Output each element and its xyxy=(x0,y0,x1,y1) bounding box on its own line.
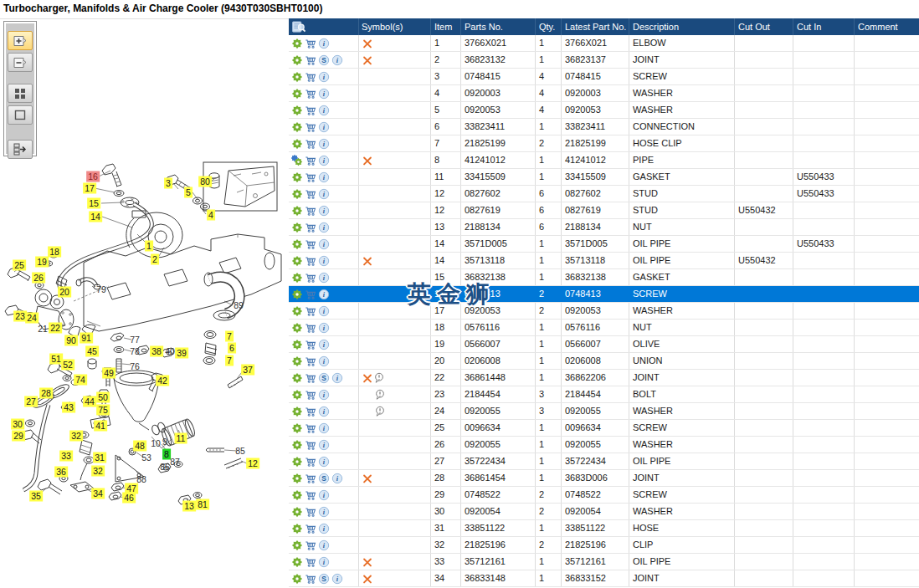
table-row-item-28[interactable]: Si283686145413683D006JOINT xyxy=(289,470,919,487)
part-label-90[interactable]: 90 xyxy=(64,335,78,346)
part-label-52[interactable]: 52 xyxy=(61,360,74,371)
table-row-item-24[interactable]: i24092005530920055WASHER xyxy=(289,403,919,420)
column-header-qty[interactable]: Qty. xyxy=(536,18,562,35)
cart-icon[interactable] xyxy=(305,105,316,116)
cart-icon[interactable] xyxy=(305,54,316,66)
info-icon[interactable]: i xyxy=(331,573,343,585)
info-icon[interactable]: i xyxy=(318,255,330,267)
cart-icon[interactable] xyxy=(305,556,316,568)
cart-icon[interactable] xyxy=(305,238,316,250)
table-row-item-33[interactable]: i3335712161135712161OIL PIPE xyxy=(289,554,919,570)
part-label-32[interactable]: 32 xyxy=(69,431,83,442)
part-label-3[interactable]: 3 xyxy=(164,178,172,189)
column-header-cut_out[interactable]: Cut Out xyxy=(735,18,793,35)
part-label-27[interactable]: 27 xyxy=(24,396,38,407)
part-label-19[interactable]: 19 xyxy=(35,257,49,268)
gear-icon[interactable] xyxy=(291,105,303,116)
part-label-26[interactable]: 26 xyxy=(32,273,45,284)
part-label-85[interactable]: 85 xyxy=(234,446,247,457)
table-row-item-14[interactable]: i143571D00513571D005OIL PIPEU550433 xyxy=(289,236,919,253)
part-label-21[interactable]: 21 xyxy=(36,324,49,335)
part-label-76[interactable]: 76 xyxy=(128,361,141,372)
table-row-item-7[interactable]: i721825199221825199HOSE CLIP xyxy=(289,135,919,152)
part-label-25[interactable]: 25 xyxy=(13,260,26,271)
part-label-34[interactable]: 34 xyxy=(91,488,105,499)
superseded-icon[interactable]: S xyxy=(318,372,330,384)
part-label-16[interactable]: 16 xyxy=(86,171,100,182)
table-row-item-14[interactable]: i1435713118135713118OIL PIPEU550432 xyxy=(289,253,919,269)
gear-icon[interactable] xyxy=(291,372,303,384)
part-label-39[interactable]: 39 xyxy=(175,348,188,359)
column-header-description[interactable]: Description xyxy=(629,18,735,35)
cart-icon[interactable] xyxy=(305,339,316,350)
cart-icon[interactable] xyxy=(305,171,316,183)
table-row-item-23[interactable]: i23218445432184454BOLT xyxy=(289,386,919,403)
cart-icon[interactable] xyxy=(305,305,316,317)
part-label-48[interactable]: 48 xyxy=(133,441,146,452)
toggle-list-button[interactable] xyxy=(8,140,33,159)
info-icon[interactable]: i xyxy=(318,238,330,250)
table-row-item-31[interactable]: i3133851122133851122HOSE xyxy=(289,520,919,537)
table-row-item-34[interactable]: Si3436833148136833152JOINT xyxy=(289,570,919,587)
info-icon[interactable]: i xyxy=(318,406,330,417)
info-icon[interactable]: i xyxy=(318,339,330,350)
column-header-symbols[interactable]: Symbol(s) xyxy=(359,18,431,35)
info-icon[interactable]: i xyxy=(318,389,330,401)
part-label-12[interactable]: 12 xyxy=(246,458,259,469)
cart-icon[interactable] xyxy=(305,155,316,166)
part-label-88[interactable]: 88 xyxy=(135,474,148,485)
part-label-38[interactable]: 38 xyxy=(150,346,163,357)
cart-icon[interactable] xyxy=(305,389,316,401)
part-label-7[interactable]: 7 xyxy=(225,355,234,366)
part-label-42[interactable]: 42 xyxy=(156,376,169,386)
gear-icon[interactable] xyxy=(291,121,303,133)
part-label-36[interactable]: 36 xyxy=(54,467,68,478)
gear-icon[interactable] xyxy=(291,406,303,417)
part-label-50[interactable]: 50 xyxy=(96,392,110,403)
part-label-28[interactable]: 28 xyxy=(39,388,53,399)
part-label-30[interactable]: 30 xyxy=(11,419,24,430)
marquee-zoom-button[interactable] xyxy=(8,105,33,125)
info-icon[interactable]: i xyxy=(318,188,330,200)
table-row-item-12[interactable]: i12082760260827602STUDU550433 xyxy=(289,186,919,202)
part-label-53[interactable]: 53 xyxy=(140,453,153,463)
table-row-item-8[interactable]: i841241012141241012PIPE xyxy=(289,152,919,169)
gear-icon[interactable] xyxy=(291,205,303,217)
part-label-22[interactable]: 22 xyxy=(49,323,62,334)
cart-icon[interactable] xyxy=(305,38,316,49)
info-icon[interactable]: i xyxy=(318,456,330,468)
cart-icon[interactable] xyxy=(305,88,316,100)
cart-icon[interactable] xyxy=(305,573,316,585)
table-row-item-4[interactable]: i4092000340920003WASHER xyxy=(289,85,919,102)
part-label-11[interactable]: 11 xyxy=(175,433,187,444)
gear-icon[interactable] xyxy=(291,489,303,501)
cart-icon[interactable] xyxy=(305,372,316,384)
info-icon[interactable]: i xyxy=(318,105,330,116)
gear-icon[interactable] xyxy=(291,389,303,401)
part-label-77[interactable]: 77 xyxy=(128,335,141,345)
part-label-2[interactable]: 2 xyxy=(151,254,159,265)
table-row-item-16[interactable]: i16074841320748413SCREW xyxy=(289,286,919,303)
table-row-item-17[interactable]: i17092005320920053WASHER xyxy=(289,303,919,320)
column-header-latest_part_no[interactable]: Latest Part No. xyxy=(562,18,629,35)
table-row-item-12[interactable]: i12082761960827619STUDU550432 xyxy=(289,202,919,219)
part-label-20[interactable]: 20 xyxy=(58,287,71,298)
info-icon[interactable]: i xyxy=(318,355,330,367)
info-icon[interactable]: i xyxy=(331,372,343,384)
cart-icon[interactable] xyxy=(305,222,316,233)
part-label-37[interactable]: 37 xyxy=(241,365,254,376)
part-label-1[interactable]: 1 xyxy=(145,241,153,252)
part-label-14[interactable]: 14 xyxy=(89,212,102,222)
part-label-80[interactable]: 80 xyxy=(198,176,212,187)
info-icon[interactable]: i xyxy=(318,222,330,233)
info-icon[interactable]: i xyxy=(318,289,330,300)
cart-icon[interactable] xyxy=(305,355,316,367)
table-row-item-25[interactable]: i25009663410096634SCREW xyxy=(289,420,919,437)
gear-icon[interactable] xyxy=(291,573,303,585)
gear-icon[interactable] xyxy=(291,238,303,250)
info-icon[interactable]: i xyxy=(318,489,330,501)
part-label-6[interactable]: 6 xyxy=(228,343,236,354)
gear-icon[interactable] xyxy=(291,422,303,434)
gear-icon[interactable] xyxy=(291,222,303,233)
part-label-24[interactable]: 24 xyxy=(25,313,39,324)
